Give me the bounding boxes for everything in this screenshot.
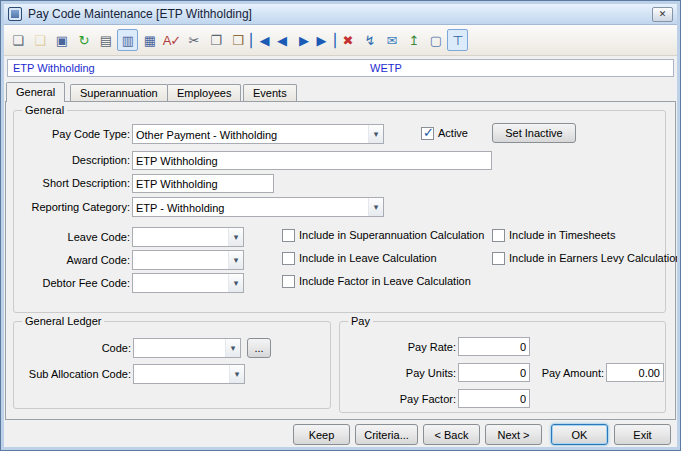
cut-icon[interactable]: ✂ xyxy=(183,29,204,51)
include-leave-checkbox[interactable] xyxy=(282,252,295,265)
debtor-fee-code-label: Debtor Fee Code: xyxy=(20,277,130,289)
ok-button[interactable]: OK xyxy=(551,424,608,445)
record-code: WETP xyxy=(370,62,402,74)
sub-allocation-code-label: Sub Allocation Code: xyxy=(24,368,131,380)
send-icon[interactable]: ✉ xyxy=(381,29,402,51)
include-leave-label: Include in Leave Calculation xyxy=(299,252,437,264)
pin-icon[interactable]: ⊤ xyxy=(447,29,468,51)
title-bar: Pay Code Maintenance [ETP Withholding] ✕ xyxy=(4,4,677,25)
previous-record-icon[interactable]: ◀ xyxy=(271,29,292,51)
debtor-fee-code-value xyxy=(133,283,228,284)
record-header-bar: ETP Withholding WETP xyxy=(7,59,674,77)
selection-icon[interactable]: ▢ xyxy=(425,29,446,51)
pay-groupbox-title: Pay xyxy=(348,315,373,327)
next-button[interactable]: Next > xyxy=(485,424,542,445)
close-button[interactable]: ✕ xyxy=(652,7,673,22)
pay-amount-label: Pay Amount: xyxy=(536,367,604,379)
form-view-icon[interactable]: ▥ xyxy=(117,29,138,51)
short-description-label: Short Description: xyxy=(20,177,130,189)
general-tab-page: General Pay Code Type: Other Payment - W… xyxy=(5,101,676,420)
new-icon[interactable]: ❏ xyxy=(7,29,28,51)
active-checkbox-label: Active xyxy=(438,127,468,139)
award-code-select[interactable]: ▾ xyxy=(132,250,244,270)
toolbar: ❏❑▣↻▤▥▦A✓✂❐❒▏◀◀▶▶▕✖↯✉↥▢⊤ xyxy=(4,25,677,56)
spell-check-icon[interactable]: A✓ xyxy=(161,29,182,51)
include-superannuation-checkbox[interactable] xyxy=(282,229,295,242)
sub-allocation-code-value xyxy=(134,374,229,375)
last-record-icon[interactable]: ▶▕ xyxy=(315,29,336,51)
include-timesheets-checkbox[interactable] xyxy=(492,229,505,242)
chevron-down-icon: ▾ xyxy=(368,125,383,143)
first-record-icon[interactable]: ▏◀ xyxy=(249,29,270,51)
grid-view-icon[interactable]: ▦ xyxy=(139,29,160,51)
reporting-category-select[interactable]: ETP - Withholding ▾ xyxy=(132,197,384,217)
tab-general[interactable]: General xyxy=(6,82,65,102)
copy-icon[interactable]: ❐ xyxy=(205,29,226,51)
pay-code-maintenance-window: Pay Code Maintenance [ETP Withholding] ✕… xyxy=(1,1,680,450)
chevron-down-icon: ▾ xyxy=(368,198,383,216)
pay-code-type-label: Pay Code Type: xyxy=(20,128,130,140)
save-icon[interactable]: ▣ xyxy=(51,29,72,51)
print-icon[interactable]: ▤ xyxy=(95,29,116,51)
general-ledger-groupbox: General Ledger Code: ▾ ... Sub Allocatio… xyxy=(13,321,331,409)
description-label: Description: xyxy=(20,154,130,166)
chevron-down-icon: ▾ xyxy=(229,365,244,383)
include-timesheets-label: Include in Timesheets xyxy=(509,229,615,241)
next-record-icon[interactable]: ▶ xyxy=(293,29,314,51)
gl-code-browse-button[interactable]: ... xyxy=(247,338,271,358)
chevron-down-icon: ▾ xyxy=(228,274,243,292)
set-inactive-button[interactable]: Set Inactive xyxy=(492,123,576,143)
delete-icon[interactable]: ✖ xyxy=(337,29,358,51)
chevron-down-icon: ▾ xyxy=(228,251,243,269)
general-groupbox-title: General xyxy=(22,104,67,116)
pay-factor-label: Pay Factor: xyxy=(350,393,456,405)
pay-rate-label: Pay Rate: xyxy=(350,341,456,353)
leave-code-label: Leave Code: xyxy=(20,231,130,243)
tab-events[interactable]: Events xyxy=(243,84,297,102)
gl-code-select[interactable]: ▾ xyxy=(133,338,241,358)
open-icon[interactable]: ❑ xyxy=(29,29,50,51)
paste-icon[interactable]: ❒ xyxy=(227,29,248,51)
window-title: Pay Code Maintenance [ETP Withholding] xyxy=(28,7,252,21)
back-button[interactable]: < Back xyxy=(423,424,480,445)
keep-button[interactable]: Keep xyxy=(293,424,350,445)
pay-units-input[interactable] xyxy=(458,363,530,382)
gl-code-label: Code: xyxy=(24,342,131,354)
reporting-category-label: Reporting Category: xyxy=(20,201,130,213)
pay-rate-input[interactable] xyxy=(458,337,530,356)
pay-amount-input[interactable] xyxy=(606,363,664,382)
criteria-button[interactable]: Criteria... xyxy=(355,424,418,445)
include-superannuation-label: Include in Superannuation Calculation xyxy=(299,229,484,241)
pay-units-label: Pay Units: xyxy=(350,367,456,379)
pay-code-type-select[interactable]: Other Payment - Withholding ▾ xyxy=(132,124,384,144)
tab-employees[interactable]: Employees xyxy=(167,84,241,102)
post-icon[interactable]: ↯ xyxy=(359,29,380,51)
short-description-input[interactable] xyxy=(132,174,274,193)
award-code-value xyxy=(133,260,228,261)
include-earners-levy-checkbox[interactable] xyxy=(492,252,505,265)
pay-groupbox: Pay Pay Rate: Pay Units: Pay Amount: Pay… xyxy=(339,321,666,413)
reporting-category-value: ETP - Withholding xyxy=(133,201,368,214)
chevron-down-icon: ▾ xyxy=(228,228,243,246)
award-code-label: Award Code: xyxy=(20,254,130,266)
pay-code-type-value: Other Payment - Withholding xyxy=(133,128,368,141)
include-earners-levy-label: Include in Earners Levy Calculation xyxy=(509,252,680,264)
tab-superannuation[interactable]: Superannuation xyxy=(70,84,168,102)
include-factor-leave-checkbox[interactable] xyxy=(282,275,295,288)
leave-code-value xyxy=(133,237,228,238)
refresh-icon[interactable]: ↻ xyxy=(73,29,94,51)
leave-code-select[interactable]: ▾ xyxy=(132,227,244,247)
debtor-fee-code-select[interactable]: ▾ xyxy=(132,273,244,293)
gl-code-value xyxy=(134,348,225,349)
app-icon xyxy=(8,7,22,21)
chevron-down-icon: ▾ xyxy=(225,339,240,357)
active-checkbox[interactable] xyxy=(421,127,434,140)
include-factor-leave-label: Include Factor in Leave Calculation xyxy=(299,275,471,287)
description-input[interactable] xyxy=(132,151,492,170)
general-ledger-groupbox-title: General Ledger xyxy=(22,315,104,327)
export-icon[interactable]: ↥ xyxy=(403,29,424,51)
record-name: ETP Withholding xyxy=(13,62,95,74)
sub-allocation-code-select[interactable]: ▾ xyxy=(133,364,245,384)
exit-button[interactable]: Exit xyxy=(614,424,671,445)
pay-factor-input[interactable] xyxy=(458,389,530,408)
